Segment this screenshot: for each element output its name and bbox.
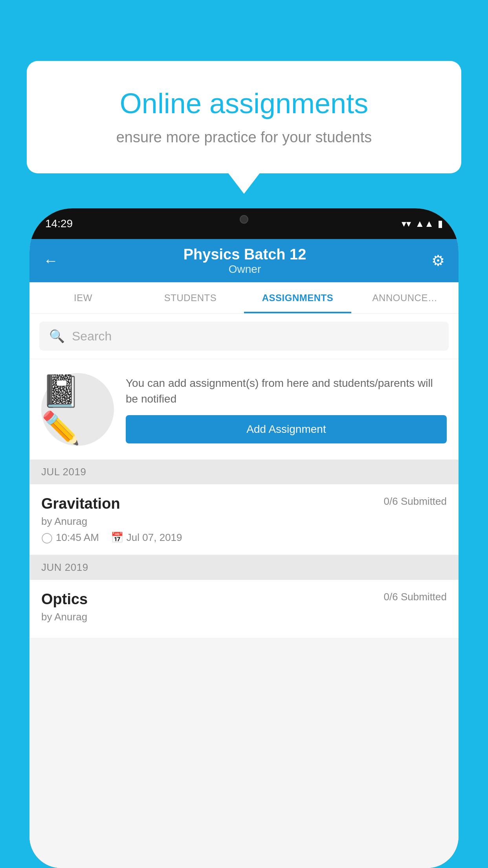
notebook-icon: 📓✏️ (41, 373, 114, 447)
assignment-time-value: 10:45 AM (56, 531, 99, 544)
assignment-date: 📅 Jul 07, 2019 (111, 531, 182, 544)
search-bar[interactable]: 🔍 Search (39, 322, 449, 351)
speech-bubble-container: Online assignments ensure more practice … (27, 61, 461, 173)
tab-assignments[interactable]: ASSIGNMENTS (244, 282, 351, 313)
assignment-author-optics: by Anurag (41, 611, 447, 623)
header-subtitle: Owner (183, 263, 306, 276)
status-time: 14:29 (45, 217, 73, 230)
promo-description: You can add assignment(s) from here and … (126, 375, 447, 406)
phone-screen: 14:29 ▾▾ ▲▲ ▮ ← Physics Batch 12 Owner ⚙… (29, 208, 459, 868)
battery-icon: ▮ (438, 218, 443, 229)
promo-icon-circle: 📓✏️ (41, 373, 114, 446)
assignment-time: ◯ 10:45 AM (41, 531, 99, 544)
phone-frame: 14:29 ▾▾ ▲▲ ▮ ← Physics Batch 12 Owner ⚙… (29, 208, 459, 868)
search-bar-container: 🔍 Search (29, 314, 459, 359)
month-header-jun: JUN 2019 (29, 555, 459, 580)
phone-content: 🔍 Search 📓✏️ You can add assignment(s) f… (29, 314, 459, 868)
assignment-title: Gravitation (41, 495, 120, 512)
app-header: ← Physics Batch 12 Owner ⚙ (29, 239, 459, 282)
signal-icon: ▲▲ (415, 218, 434, 229)
clock-icon: ◯ (41, 531, 53, 544)
search-placeholder: Search (72, 329, 112, 344)
assignment-item-optics[interactable]: Optics 0/6 Submitted by Anurag (29, 580, 459, 638)
promo-text-block: You can add assignment(s) from here and … (126, 375, 447, 443)
tab-iew[interactable]: IEW (29, 282, 137, 313)
assignment-item-gravitation[interactable]: Gravitation 0/6 Submitted by Anurag ◯ 10… (29, 484, 459, 555)
back-button[interactable]: ← (43, 252, 58, 269)
header-title-block: Physics Batch 12 Owner (183, 246, 306, 276)
assignment-date-value: Jul 07, 2019 (127, 531, 182, 544)
month-header-jul: JUL 2019 (29, 460, 459, 484)
tab-announcements[interactable]: ANNOUNCE… (351, 282, 459, 313)
header-title: Physics Batch 12 (183, 246, 306, 263)
assignment-author: by Anurag (41, 515, 447, 528)
speech-bubble-title: Online assignments (58, 86, 430, 120)
search-icon: 🔍 (49, 329, 65, 344)
wifi-icon: ▾▾ (402, 218, 411, 229)
notch (215, 208, 273, 230)
assignment-submitted-optics: 0/6 Submitted (384, 591, 447, 603)
calendar-icon: 📅 (111, 531, 123, 544)
tab-students[interactable]: STUDENTS (137, 282, 244, 313)
assignment-top-row: Gravitation 0/6 Submitted (41, 495, 447, 512)
speech-bubble-subtitle: ensure more practice for your students (58, 129, 430, 146)
assignment-meta: ◯ 10:45 AM 📅 Jul 07, 2019 (41, 531, 447, 544)
assignment-top-row-optics: Optics 0/6 Submitted (41, 591, 447, 608)
speech-bubble: Online assignments ensure more practice … (27, 61, 461, 173)
tab-bar: IEW STUDENTS ASSIGNMENTS ANNOUNCE… (29, 282, 459, 314)
assignment-submitted: 0/6 Submitted (384, 495, 447, 508)
status-bar: 14:29 ▾▾ ▲▲ ▮ (29, 208, 459, 239)
settings-icon[interactable]: ⚙ (431, 252, 445, 269)
camera (240, 215, 248, 224)
add-assignment-button[interactable]: Add Assignment (126, 415, 447, 443)
status-icons: ▾▾ ▲▲ ▮ (402, 218, 443, 229)
promo-block: 📓✏️ You can add assignment(s) from here … (29, 359, 459, 460)
assignment-title-optics: Optics (41, 591, 88, 608)
